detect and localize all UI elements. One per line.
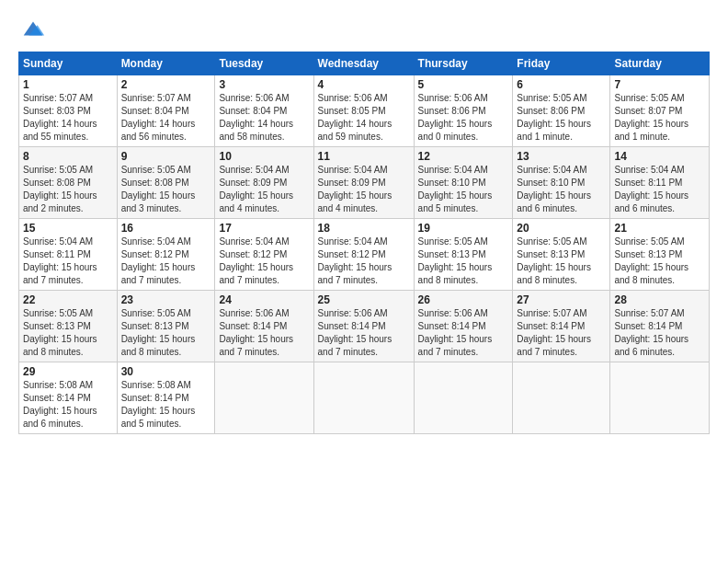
calendar-cell: 27Sunrise: 5:07 AMSunset: 8:14 PMDayligh… <box>513 291 610 362</box>
calendar-cell: 20Sunrise: 5:05 AMSunset: 8:13 PMDayligh… <box>513 219 610 291</box>
day-info: Sunrise: 5:06 AMSunset: 8:14 PMDaylight:… <box>418 307 509 359</box>
day-number: 3 <box>219 78 309 91</box>
day-info: Sunrise: 5:05 AMSunset: 8:13 PMDaylight:… <box>614 236 705 287</box>
day-number: 9 <box>121 150 211 163</box>
weekday-header: Friday <box>513 52 610 75</box>
calendar-cell: 15Sunrise: 5:04 AMSunset: 8:11 PMDayligh… <box>19 219 118 291</box>
weekday-header: Saturday <box>610 52 710 75</box>
calendar-cell: 22Sunrise: 5:05 AMSunset: 8:13 PMDayligh… <box>19 291 118 362</box>
day-info: Sunrise: 5:04 AMSunset: 8:11 PMDaylight:… <box>614 164 705 215</box>
day-info: Sunrise: 5:05 AMSunset: 8:07 PMDaylight:… <box>614 92 705 144</box>
logo <box>18 17 46 42</box>
calendar-cell: 29Sunrise: 5:08 AMSunset: 8:14 PMDayligh… <box>19 362 118 434</box>
day-info: Sunrise: 5:08 AMSunset: 8:14 PMDaylight:… <box>23 379 113 431</box>
day-info: Sunrise: 5:04 AMSunset: 8:12 PMDaylight:… <box>121 236 211 287</box>
page: SundayMondayTuesdayWednesdayThursdayFrid… <box>0 0 728 563</box>
day-number: 10 <box>219 150 309 163</box>
calendar-cell: 28Sunrise: 5:07 AMSunset: 8:14 PMDayligh… <box>610 291 710 362</box>
calendar-cell: 11Sunrise: 5:04 AMSunset: 8:09 PMDayligh… <box>313 147 414 219</box>
day-number: 8 <box>23 150 113 163</box>
day-info: Sunrise: 5:04 AMSunset: 8:09 PMDaylight:… <box>318 164 410 215</box>
day-info: Sunrise: 5:05 AMSunset: 8:13 PMDaylight:… <box>517 236 606 287</box>
day-number: 15 <box>23 222 113 235</box>
day-info: Sunrise: 5:07 AMSunset: 8:14 PMDaylight:… <box>517 307 606 359</box>
day-number: 5 <box>418 78 509 91</box>
calendar-cell: 30Sunrise: 5:08 AMSunset: 8:14 PMDayligh… <box>117 362 215 434</box>
day-info: Sunrise: 5:05 AMSunset: 8:08 PMDaylight:… <box>121 164 211 215</box>
day-number: 30 <box>121 365 211 378</box>
calendar-cell: 13Sunrise: 5:04 AMSunset: 8:10 PMDayligh… <box>513 147 610 219</box>
day-number: 29 <box>23 365 113 378</box>
day-number: 24 <box>219 293 309 306</box>
day-info: Sunrise: 5:05 AMSunset: 8:08 PMDaylight:… <box>23 164 113 215</box>
calendar-cell <box>513 362 610 434</box>
calendar-cell: 9Sunrise: 5:05 AMSunset: 8:08 PMDaylight… <box>117 147 215 219</box>
calendar-cell: 2Sunrise: 5:07 AMSunset: 8:04 PMDaylight… <box>117 75 215 147</box>
day-info: Sunrise: 5:07 AMSunset: 8:14 PMDaylight:… <box>614 307 705 359</box>
day-info: Sunrise: 5:05 AMSunset: 8:13 PMDaylight:… <box>23 307 113 359</box>
day-number: 23 <box>121 293 211 306</box>
day-number: 20 <box>517 222 606 235</box>
weekday-header: Wednesday <box>313 52 414 75</box>
calendar-cell <box>414 362 513 434</box>
day-info: Sunrise: 5:05 AMSunset: 8:06 PMDaylight:… <box>517 92 606 144</box>
day-number: 21 <box>614 222 705 235</box>
calendar-cell: 1Sunrise: 5:07 AMSunset: 8:03 PMDaylight… <box>19 75 118 147</box>
day-number: 25 <box>318 293 410 306</box>
day-info: Sunrise: 5:06 AMSunset: 8:05 PMDaylight:… <box>318 92 410 144</box>
calendar-cell: 6Sunrise: 5:05 AMSunset: 8:06 PMDaylight… <box>513 75 610 147</box>
day-info: Sunrise: 5:06 AMSunset: 8:04 PMDaylight:… <box>219 92 309 144</box>
calendar-cell: 21Sunrise: 5:05 AMSunset: 8:13 PMDayligh… <box>610 219 710 291</box>
calendar-cell: 12Sunrise: 5:04 AMSunset: 8:10 PMDayligh… <box>414 147 513 219</box>
day-number: 26 <box>418 293 509 306</box>
day-info: Sunrise: 5:06 AMSunset: 8:14 PMDaylight:… <box>219 307 309 359</box>
header <box>18 17 710 42</box>
calendar-cell: 23Sunrise: 5:05 AMSunset: 8:13 PMDayligh… <box>117 291 215 362</box>
day-number: 16 <box>121 222 211 235</box>
calendar-table: SundayMondayTuesdayWednesdayThursdayFrid… <box>18 52 710 434</box>
day-number: 2 <box>121 78 211 91</box>
weekday-header: Thursday <box>414 52 513 75</box>
calendar-week-row: 29Sunrise: 5:08 AMSunset: 8:14 PMDayligh… <box>19 362 710 434</box>
calendar-cell: 8Sunrise: 5:05 AMSunset: 8:08 PMDaylight… <box>19 147 118 219</box>
day-info: Sunrise: 5:06 AMSunset: 8:14 PMDaylight:… <box>318 307 410 359</box>
calendar-header-row: SundayMondayTuesdayWednesdayThursdayFrid… <box>19 52 710 75</box>
calendar-week-row: 15Sunrise: 5:04 AMSunset: 8:11 PMDayligh… <box>19 219 710 291</box>
day-number: 4 <box>318 78 410 91</box>
day-info: Sunrise: 5:04 AMSunset: 8:12 PMDaylight:… <box>219 236 309 287</box>
calendar-cell: 17Sunrise: 5:04 AMSunset: 8:12 PMDayligh… <box>215 219 313 291</box>
weekday-header: Tuesday <box>215 52 313 75</box>
day-number: 19 <box>418 222 509 235</box>
calendar-cell: 25Sunrise: 5:06 AMSunset: 8:14 PMDayligh… <box>313 291 414 362</box>
day-info: Sunrise: 5:04 AMSunset: 8:09 PMDaylight:… <box>219 164 309 215</box>
day-info: Sunrise: 5:07 AMSunset: 8:04 PMDaylight:… <box>121 92 211 144</box>
calendar-cell: 10Sunrise: 5:04 AMSunset: 8:09 PMDayligh… <box>215 147 313 219</box>
calendar-cell <box>610 362 710 434</box>
day-number: 6 <box>517 78 606 91</box>
calendar-cell: 19Sunrise: 5:05 AMSunset: 8:13 PMDayligh… <box>414 219 513 291</box>
day-number: 13 <box>517 150 606 163</box>
day-number: 11 <box>318 150 410 163</box>
day-number: 17 <box>219 222 309 235</box>
calendar-cell: 4Sunrise: 5:06 AMSunset: 8:05 PMDaylight… <box>313 75 414 147</box>
day-number: 14 <box>614 150 705 163</box>
day-info: Sunrise: 5:06 AMSunset: 8:06 PMDaylight:… <box>418 92 509 144</box>
day-info: Sunrise: 5:05 AMSunset: 8:13 PMDaylight:… <box>418 236 509 287</box>
calendar-week-row: 1Sunrise: 5:07 AMSunset: 8:03 PMDaylight… <box>19 75 710 147</box>
day-number: 22 <box>23 293 113 306</box>
day-info: Sunrise: 5:04 AMSunset: 8:10 PMDaylight:… <box>418 164 509 215</box>
calendar-cell <box>215 362 313 434</box>
weekday-header: Sunday <box>19 52 118 75</box>
day-number: 12 <box>418 150 509 163</box>
day-info: Sunrise: 5:04 AMSunset: 8:11 PMDaylight:… <box>23 236 113 287</box>
calendar-cell: 18Sunrise: 5:04 AMSunset: 8:12 PMDayligh… <box>313 219 414 291</box>
calendar-week-row: 22Sunrise: 5:05 AMSunset: 8:13 PMDayligh… <box>19 291 710 362</box>
day-number: 27 <box>517 293 606 306</box>
day-info: Sunrise: 5:05 AMSunset: 8:13 PMDaylight:… <box>121 307 211 359</box>
calendar-cell <box>313 362 414 434</box>
calendar-week-row: 8Sunrise: 5:05 AMSunset: 8:08 PMDaylight… <box>19 147 710 219</box>
calendar-cell: 3Sunrise: 5:06 AMSunset: 8:04 PMDaylight… <box>215 75 313 147</box>
logo-icon <box>20 17 46 42</box>
day-number: 7 <box>614 78 705 91</box>
day-number: 18 <box>318 222 410 235</box>
